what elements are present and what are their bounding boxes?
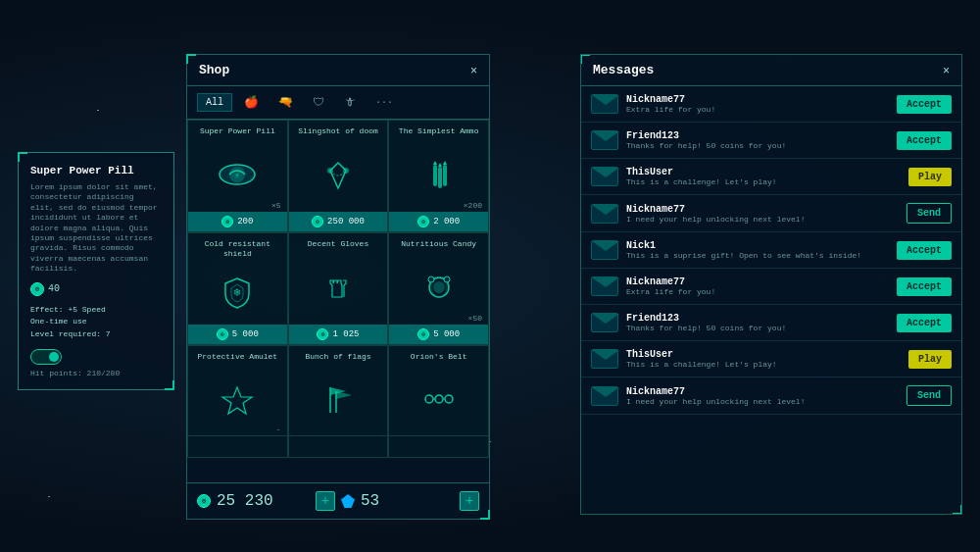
message-row-5: Nickname77Extra life for you!Accept — [581, 269, 961, 305]
item-name-3: Cold resistant shield — [188, 233, 287, 260]
shop-item-0[interactable]: Super Power Pill ⚡ ×5⊙200 — [187, 120, 288, 232]
shop-item-4[interactable]: Decent Gloves ⊙1 025 — [288, 232, 389, 345]
svg-text:⚡: ⚡ — [234, 171, 240, 181]
price-coin-icon-2: ⊙ — [417, 216, 429, 227]
message-sender-1: Friend123 — [626, 130, 889, 141]
message-text-8: I need your help unlocking next level! — [626, 397, 899, 406]
message-action-button-8[interactable]: Send — [906, 385, 952, 406]
item-badge-5: ×50 — [468, 314, 482, 323]
item-price-bar-0: ⊙200 — [188, 212, 287, 231]
item-price-bar-2: ⊙2 000 — [389, 212, 488, 231]
message-action-button-6[interactable]: Accept — [897, 314, 952, 332]
messages-title: Messages — [593, 63, 654, 77]
price-coin-icon-1: ⊙ — [312, 216, 323, 227]
message-row-1: Friend123Thanks for help! 50 coins for y… — [581, 123, 961, 159]
item-name-6: Protective Amulet — [194, 346, 282, 364]
message-row-3: Nickname77I need your help unlocking nex… — [581, 195, 961, 232]
tooltip-description: Lorem ipsum dolor sit amet, consectetur … — [30, 182, 162, 275]
message-action-button-4[interactable]: Accept — [897, 241, 952, 260]
svg-point-17 — [435, 395, 443, 403]
tab-food[interactable]: 🍎 — [236, 92, 267, 113]
tab-all[interactable]: All — [197, 93, 232, 112]
svg-marker-13 — [222, 387, 252, 414]
message-envelope-4 — [591, 240, 618, 260]
shop-title: Shop — [199, 63, 229, 77]
messages-header: Messages × — [581, 55, 961, 86]
tooltip-title: Super Power Pill — [30, 165, 162, 176]
tab-armor[interactable]: 🛡 — [305, 92, 332, 113]
message-text-0: Extra life for you! — [626, 105, 889, 114]
svg-point-10 — [433, 281, 445, 293]
message-envelope-5 — [591, 276, 618, 296]
item-price-5: 5 000 — [433, 329, 460, 339]
shop-close-button[interactable]: × — [470, 64, 477, 77]
footer-coin-icon: ⊙ — [197, 494, 211, 508]
item-tooltip: Super Power Pill Lorem ipsum dolor sit a… — [18, 152, 174, 390]
message-content-6: Friend123Thanks for help! 50 coins for y… — [626, 313, 889, 332]
message-text-4: This is a suprise gift! Open to see what… — [626, 251, 889, 260]
tab-more[interactable]: ··· — [368, 94, 401, 111]
message-sender-0: Nickname77 — [626, 94, 889, 105]
item-name-7: Bunch of flags — [301, 346, 374, 364]
tooltip-hp: Hit points: 210/280 — [30, 369, 162, 377]
item-icon-4 — [289, 251, 388, 325]
message-content-0: Nickname77Extra life for you! — [626, 94, 889, 114]
shop-item-2[interactable]: The Simplest Ammo ×200⊙2 000 — [388, 120, 489, 232]
item-icon-2: ×200 — [389, 138, 488, 212]
item-badge-2: ×200 — [464, 201, 482, 210]
message-sender-6: Friend123 — [626, 313, 889, 324]
message-sender-2: ThisUser — [626, 167, 901, 177]
tab-tool[interactable]: 🗡 — [336, 92, 364, 113]
item-icon-5: ×50 — [389, 251, 488, 325]
message-action-button-1[interactable]: Accept — [897, 131, 952, 150]
message-row-8: Nickname77I need your help unlocking nex… — [581, 377, 961, 415]
message-envelope-7 — [591, 349, 618, 369]
item-price-4: 1 025 — [332, 329, 359, 339]
message-content-2: ThisUserThis is a challenge! Let's play! — [626, 167, 901, 186]
message-action-button-3[interactable]: Send — [906, 203, 952, 224]
item-name-8: Orion's Belt — [407, 346, 471, 364]
footer-balance: 25 230 — [217, 492, 310, 510]
item-name-5: Nutritious Candy — [397, 233, 480, 251]
price-coin-icon-3: ⊙ — [217, 328, 228, 340]
item-icon-0: ⚡ ×5 — [188, 138, 287, 212]
message-content-4: Nick1This is a suprise gift! Open to see… — [626, 240, 889, 260]
svg-rect-5 — [433, 165, 437, 186]
price-coin-icon-0: ⊙ — [221, 216, 233, 227]
shop-item-1[interactable]: Slingshot of doom ⊙250 000 — [288, 120, 389, 232]
message-content-3: Nickname77I need your help unlocking nex… — [626, 204, 899, 224]
messages-close-button[interactable]: × — [943, 64, 950, 77]
message-action-button-7[interactable]: Play — [908, 350, 952, 369]
tooltip-level: Level required: 7 — [30, 328, 162, 341]
message-sender-5: Nickname77 — [626, 276, 889, 287]
items-scroll: Super Power Pill ⚡ ×5⊙200Slingshot of do… — [187, 120, 489, 505]
tab-weapon[interactable]: 🔫 — [270, 92, 301, 113]
message-row-0: Nickname77Extra life for you!Accept — [581, 86, 961, 123]
item-name-2: The Simplest Ammo — [395, 121, 483, 138]
message-action-button-2[interactable]: Play — [908, 168, 952, 186]
svg-point-18 — [445, 395, 453, 403]
message-envelope-1 — [591, 130, 618, 150]
item-name-0: Super Power Pill — [196, 121, 279, 138]
message-action-button-5[interactable]: Accept — [897, 277, 952, 296]
messages-panel: Messages × Nickname77Extra life for you!… — [580, 54, 962, 515]
message-action-button-0[interactable]: Accept — [897, 95, 952, 114]
item-icon-8 — [389, 364, 488, 435]
shop-item-8[interactable]: Orion's Belt — [388, 345, 489, 458]
message-envelope-8 — [591, 386, 618, 406]
shop-item-7[interactable]: Bunch of flags — [288, 345, 389, 458]
shop-item-3[interactable]: Cold resistant shield ❄ ⊙5 000 — [187, 232, 288, 345]
message-content-7: ThisUserThis is a challenge! Let's play! — [626, 349, 901, 369]
shop-panel: Shop × All 🍎 🔫 🛡 🗡 ··· Super Power Pill … — [186, 54, 490, 520]
shop-item-5[interactable]: Nutritious Candy ×50⊙5 000 — [388, 232, 489, 345]
message-text-2: This is a challenge! Let's play! — [626, 177, 901, 186]
svg-rect-6 — [438, 167, 442, 188]
add-gems-button[interactable]: + — [460, 491, 479, 511]
message-envelope-0 — [591, 94, 618, 114]
item-icon-3: ❄ — [188, 260, 287, 325]
message-envelope-2 — [591, 167, 618, 186]
shop-item-6[interactable]: Protective Amulet - — [187, 345, 288, 458]
item-badge-0: ×5 — [271, 201, 281, 210]
toggle-switch[interactable] — [30, 349, 62, 365]
add-coins-button[interactable]: + — [316, 491, 335, 511]
